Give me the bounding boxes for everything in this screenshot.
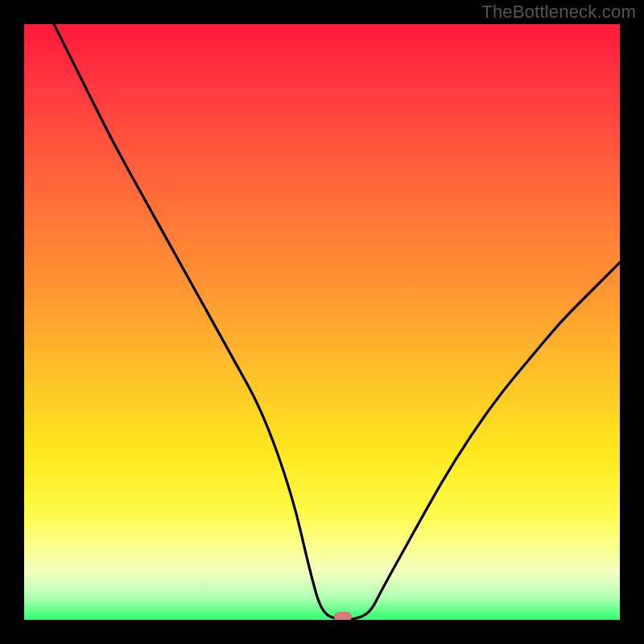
watermark-label: TheBottleneck.com bbox=[481, 2, 636, 23]
optimal-point-marker bbox=[334, 612, 352, 620]
bottleneck-curve bbox=[24, 24, 620, 620]
chart-frame: TheBottleneck.com bbox=[0, 0, 644, 644]
plot-area bbox=[24, 24, 620, 620]
